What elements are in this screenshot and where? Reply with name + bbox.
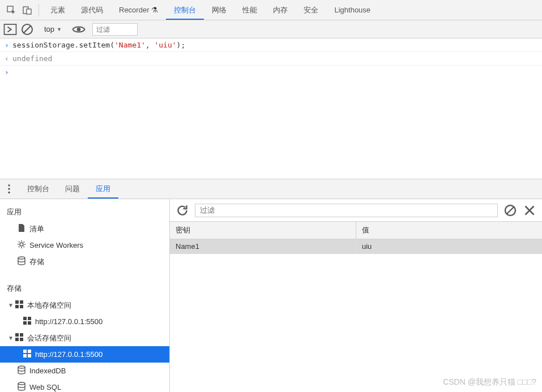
svg-rect-25 xyxy=(28,350,31,353)
tab-elements[interactable]: 元素 xyxy=(42,0,73,20)
console-sidebar-toggle-icon[interactable] xyxy=(3,23,17,36)
console-toolbar: top ▼ xyxy=(0,20,542,38)
storage-table-header: 密钥 值 xyxy=(170,222,542,239)
execution-context-selector[interactable]: top ▼ xyxy=(41,25,65,33)
dropdown-triangle-icon: ▼ xyxy=(57,27,62,32)
storage-filter-input[interactable] xyxy=(195,204,498,217)
drawer-tabs: 控制台 问题 应用 xyxy=(19,179,118,199)
sidebar-item-service-workers[interactable]: Service Workers xyxy=(0,237,169,253)
sidebar-item-label: 本地存储空间 xyxy=(27,300,71,311)
main-tabs: 元素 源代码 Recorder ⚗ 控制台 网络 性能 内存 安全 Lighth… xyxy=(42,0,378,20)
console-result-line[interactable]: ‹ undefined xyxy=(0,52,542,66)
device-toolbar-icon[interactable] xyxy=(19,2,35,18)
svg-rect-21 xyxy=(20,333,23,337)
live-expression-icon[interactable] xyxy=(72,23,86,36)
drawer-toolbar: 控制台 问题 应用 xyxy=(0,179,542,199)
sidebar-item-websql[interactable]: Web SQL xyxy=(0,379,169,392)
sidebar-item-label: 会话存储空间 xyxy=(27,333,71,343)
clear-console-icon[interactable] xyxy=(20,23,34,36)
svg-rect-14 xyxy=(15,305,19,308)
output-marker-icon: ‹ xyxy=(5,54,12,63)
storage-toolbar xyxy=(170,199,542,222)
tab-sources[interactable]: 源代码 xyxy=(73,0,111,20)
recorder-flask-icon: ⚗ xyxy=(151,6,158,14)
execution-context-label: top xyxy=(44,25,54,33)
svg-rect-17 xyxy=(28,317,31,320)
sidebar-section-application: 应用 xyxy=(0,204,169,221)
sidebar-item-session-storage[interactable]: ▼ 会话存储空间 xyxy=(0,330,169,346)
tab-performance[interactable]: 性能 xyxy=(234,0,265,20)
svg-point-29 xyxy=(18,382,25,385)
sidebar-item-label: http://127.0.0.1:5500 xyxy=(35,317,103,326)
svg-rect-20 xyxy=(15,333,19,337)
application-panel: 应用 清单 Service Workers 存储 存储 ▼ 本地存储空间 htt… xyxy=(0,199,542,392)
svg-rect-13 xyxy=(20,300,23,304)
application-sidebar: 应用 清单 Service Workers 存储 存储 ▼ 本地存储空间 htt… xyxy=(0,199,170,392)
sidebar-item-label: 清单 xyxy=(29,224,44,234)
toolbar-separator xyxy=(39,4,39,16)
sidebar-item-session-storage-origin[interactable]: http://127.0.0.1:5500 xyxy=(0,346,169,363)
storage-header-value[interactable]: 值 xyxy=(356,222,542,239)
tab-recorder[interactable]: Recorder ⚗ xyxy=(111,0,166,20)
input-marker-icon: › xyxy=(5,41,12,49)
gear-icon xyxy=(17,240,26,251)
sidebar-item-storage[interactable]: 存储 xyxy=(0,253,169,270)
watermark: CSDN @我想养只猫 □□□? xyxy=(443,377,536,387)
svg-rect-27 xyxy=(28,354,31,357)
storage-table-row[interactable]: Name1 uiu xyxy=(170,239,542,254)
drawer-tab-console[interactable]: 控制台 xyxy=(19,179,57,199)
expander-icon[interactable]: ▼ xyxy=(8,335,15,341)
storage-cell-value[interactable]: uiu xyxy=(356,239,542,253)
svg-point-8 xyxy=(8,188,10,190)
svg-rect-23 xyxy=(20,338,23,341)
svg-rect-2 xyxy=(27,9,31,14)
storage-header-key[interactable]: 密钥 xyxy=(170,222,356,239)
svg-rect-15 xyxy=(20,305,23,308)
document-icon xyxy=(17,223,26,234)
svg-rect-24 xyxy=(23,350,27,353)
console-output: › sessionStorage.setItem('Name1', 'uiu')… xyxy=(0,38,542,179)
database-icon xyxy=(17,256,26,267)
console-result: undefined xyxy=(12,54,537,63)
sidebar-item-indexeddb[interactable]: IndexedDB xyxy=(0,363,169,379)
tab-recorder-label: Recorder xyxy=(119,6,149,14)
sidebar-item-label: 存储 xyxy=(29,257,44,267)
more-options-icon[interactable] xyxy=(3,183,15,195)
inspect-element-icon[interactable] xyxy=(3,2,19,18)
svg-point-11 xyxy=(18,257,25,259)
storage-table: 密钥 值 Name1 uiu xyxy=(170,222,542,392)
svg-line-5 xyxy=(24,26,31,33)
console-command: sessionStorage.setItem('Name1', 'uiu'); xyxy=(12,41,537,49)
svg-point-6 xyxy=(77,27,81,31)
drawer-tab-issues[interactable]: 问题 xyxy=(57,179,88,199)
svg-point-10 xyxy=(20,243,23,246)
delete-selected-icon[interactable] xyxy=(523,204,536,217)
storage-cell-key[interactable]: Name1 xyxy=(170,239,356,253)
refresh-icon[interactable] xyxy=(176,204,189,217)
console-input-line[interactable]: › sessionStorage.setItem('Name1', 'uiu')… xyxy=(0,38,542,52)
svg-rect-26 xyxy=(23,354,27,357)
svg-rect-22 xyxy=(15,338,19,341)
tab-memory[interactable]: 内存 xyxy=(265,0,296,20)
drawer-tab-application[interactable]: 应用 xyxy=(88,179,118,199)
expander-icon[interactable]: ▼ xyxy=(8,302,15,308)
devtools-main-toolbar: 元素 源代码 Recorder ⚗ 控制台 网络 性能 内存 安全 Lighth… xyxy=(0,0,542,20)
tab-console[interactable]: 控制台 xyxy=(166,0,204,20)
tab-lighthouse[interactable]: Lighthouse xyxy=(326,0,378,20)
console-prompt-line[interactable]: › xyxy=(0,66,542,79)
tab-network[interactable]: 网络 xyxy=(204,0,234,20)
clear-all-icon[interactable] xyxy=(503,204,517,217)
sidebar-item-local-storage[interactable]: ▼ 本地存储空间 xyxy=(0,297,169,313)
svg-point-9 xyxy=(8,192,10,194)
sidebar-item-label: Web SQL xyxy=(29,383,61,391)
tab-security[interactable]: 安全 xyxy=(296,0,326,20)
grid-icon xyxy=(23,349,32,360)
storage-main-panel: 密钥 值 Name1 uiu xyxy=(170,199,542,392)
console-filter-input[interactable] xyxy=(92,23,138,36)
sidebar-item-label: http://127.0.0.1:5500 xyxy=(35,350,103,359)
svg-point-7 xyxy=(8,184,10,187)
sidebar-item-manifest[interactable]: 清单 xyxy=(0,221,169,237)
sidebar-item-local-storage-origin[interactable]: http://127.0.0.1:5500 xyxy=(0,313,169,330)
sidebar-item-label: Service Workers xyxy=(29,241,83,249)
database-icon xyxy=(17,365,26,376)
